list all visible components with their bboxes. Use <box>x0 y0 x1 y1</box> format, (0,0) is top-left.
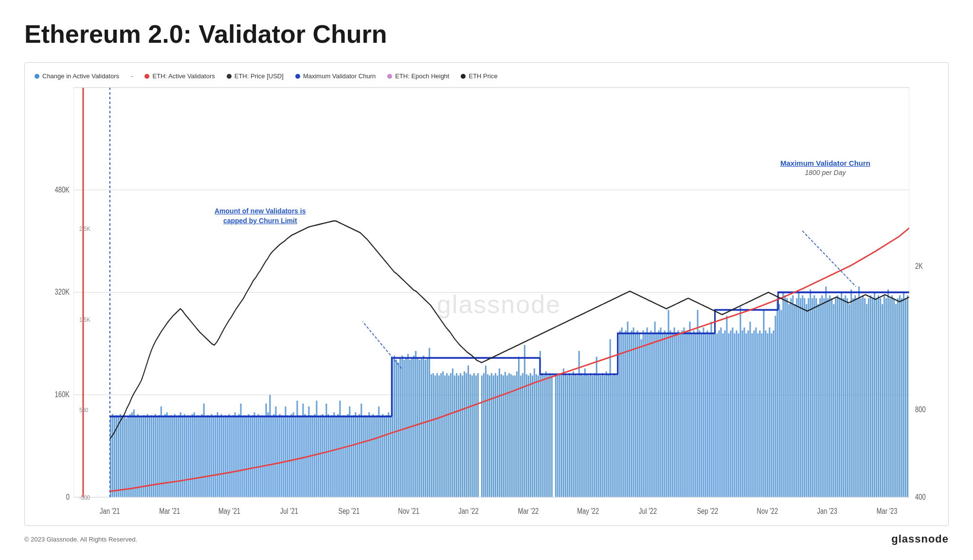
chart-legend: Change in Active Validators - ETH: Activ… <box>35 72 938 80</box>
svg-rect-132 <box>302 403 304 497</box>
svg-rect-70 <box>182 417 183 497</box>
svg-rect-107 <box>254 412 255 497</box>
svg-rect-152 <box>341 417 342 497</box>
svg-rect-350 <box>726 316 727 497</box>
svg-rect-253 <box>538 375 539 497</box>
copyright-text: © 2023 Glassnode. All Rights Reserved. <box>24 536 137 543</box>
svg-rect-285 <box>600 375 601 497</box>
svg-rect-209 <box>452 368 453 497</box>
svg-rect-124 <box>287 415 288 497</box>
svg-rect-256 <box>543 375 545 497</box>
svg-rect-265 <box>561 375 562 497</box>
svg-rect-48 <box>139 417 141 497</box>
svg-rect-101 <box>242 417 244 497</box>
svg-rect-302 <box>633 328 634 497</box>
svg-text:1.5K: 1.5K <box>79 316 90 323</box>
svg-rect-142 <box>322 414 323 497</box>
svg-rect-79 <box>199 417 201 497</box>
svg-rect-300 <box>629 333 631 497</box>
svg-rect-40 <box>124 415 125 497</box>
page-title: Ethereum 2.0: Validator Churn <box>24 19 949 49</box>
legend-dot-max-churn <box>295 74 300 79</box>
svg-rect-384 <box>792 295 793 497</box>
svg-rect-177 <box>390 417 391 497</box>
svg-rect-172 <box>380 417 381 497</box>
svg-rect-174 <box>384 417 385 497</box>
svg-rect-125 <box>288 417 290 497</box>
svg-rect-149 <box>335 417 337 497</box>
svg-line-446 <box>802 231 856 286</box>
svg-rect-112 <box>263 417 265 497</box>
svg-rect-90 <box>221 414 222 497</box>
svg-text:Sep '21: Sep '21 <box>338 507 360 515</box>
svg-rect-115 <box>269 395 270 497</box>
svg-text:Jul '22: Jul '22 <box>639 507 657 515</box>
svg-rect-50 <box>143 415 144 497</box>
svg-rect-246 <box>524 345 525 497</box>
svg-rect-168 <box>372 414 374 497</box>
svg-rect-205 <box>444 375 446 497</box>
svg-rect-369 <box>763 310 764 497</box>
svg-rect-157 <box>351 417 352 497</box>
svg-rect-89 <box>219 417 220 497</box>
svg-rect-234 <box>501 374 502 497</box>
svg-rect-202 <box>438 375 440 497</box>
svg-rect-318 <box>664 331 666 497</box>
svg-rect-416 <box>854 295 856 497</box>
svg-rect-93 <box>227 417 228 497</box>
svg-rect-293 <box>615 375 617 497</box>
svg-line-445 <box>362 322 401 368</box>
svg-rect-228 <box>489 375 490 497</box>
svg-rect-252 <box>536 374 537 497</box>
svg-rect-351 <box>728 333 729 497</box>
svg-rect-391 <box>806 304 807 497</box>
svg-rect-193 <box>421 358 422 497</box>
svg-rect-153 <box>343 415 344 497</box>
svg-rect-415 <box>852 298 854 497</box>
svg-rect-339 <box>705 333 706 497</box>
svg-rect-365 <box>755 328 757 497</box>
svg-rect-71 <box>184 414 185 497</box>
svg-rect-408 <box>839 298 840 497</box>
chart-wrapper: Change in Active Validators - ETH: Activ… <box>24 62 949 526</box>
svg-text:400: 400 <box>915 493 926 501</box>
svg-rect-164 <box>364 415 366 497</box>
svg-rect-276 <box>582 375 584 497</box>
svg-rect-258 <box>547 375 549 497</box>
svg-rect-106 <box>252 415 253 497</box>
svg-rect-338 <box>703 328 704 497</box>
svg-rect-392 <box>808 298 809 497</box>
svg-rect-135 <box>308 406 309 497</box>
svg-rect-370 <box>765 331 766 497</box>
svg-rect-411 <box>845 295 846 497</box>
svg-rect-355 <box>736 331 737 497</box>
svg-rect-83 <box>207 415 209 497</box>
svg-text:Nov '21: Nov '21 <box>398 507 419 515</box>
svg-rect-34 <box>112 414 113 497</box>
svg-rect-236 <box>505 372 506 497</box>
svg-rect-72 <box>186 417 187 497</box>
svg-rect-44 <box>131 412 133 497</box>
svg-rect-424 <box>870 295 871 497</box>
svg-rect-165 <box>366 417 368 497</box>
svg-rect-381 <box>786 298 788 497</box>
svg-rect-229 <box>491 373 492 497</box>
svg-rect-60 <box>162 417 164 497</box>
svg-rect-81 <box>203 403 205 497</box>
svg-rect-289 <box>608 374 609 497</box>
svg-rect-301 <box>631 331 632 497</box>
svg-rect-420 <box>862 295 864 497</box>
svg-rect-227 <box>487 374 488 497</box>
svg-rect-435 <box>891 295 893 497</box>
svg-rect-311 <box>650 331 652 497</box>
svg-rect-291 <box>612 375 613 497</box>
svg-rect-430 <box>882 304 883 497</box>
svg-rect-163 <box>362 417 364 497</box>
svg-rect-225 <box>483 373 485 497</box>
svg-rect-195 <box>425 360 426 497</box>
svg-rect-405 <box>833 304 834 497</box>
svg-rect-429 <box>880 298 881 497</box>
churn-limit-annotation: Amount of new Validators is capped by Ch… <box>215 207 306 226</box>
svg-rect-383 <box>790 298 792 497</box>
svg-rect-385 <box>794 304 795 497</box>
